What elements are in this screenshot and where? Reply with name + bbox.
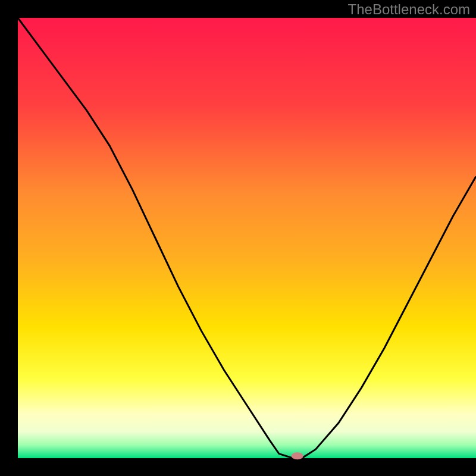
plot-background [18,18,476,458]
chart-container: TheBottleneck.com [0,0,476,476]
optimal-marker [292,452,303,459]
watermark-text: TheBottleneck.com [348,1,470,18]
bottleneck-chart [0,0,476,476]
